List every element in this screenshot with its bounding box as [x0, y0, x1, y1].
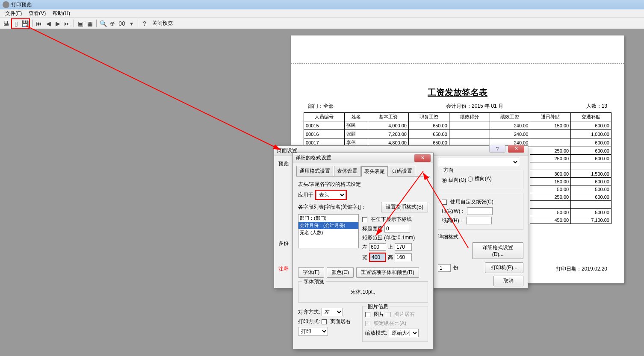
menubar: 文件(F) 查看(V) 帮助(H)	[0, 9, 644, 18]
first-page-icon[interactable]: ⏮	[35, 19, 43, 28]
column-header: 绩效工资	[490, 113, 530, 121]
reset-font-button[interactable]: 重置该项字体和颜色(R)	[356, 267, 419, 278]
page-setup-icon[interactable]: ▯	[12, 19, 21, 28]
period-value: 2015 年 01 月	[472, 103, 503, 109]
rect-left-label: 左	[362, 244, 367, 251]
printer-button[interactable]: 打印机(P)...	[485, 262, 523, 273]
tab-header-footer[interactable]: 表头表尾	[361, 166, 388, 177]
underline-checkbox[interactable]	[362, 217, 367, 222]
save-icon[interactable]: 💾	[21, 19, 29, 28]
paper-height-label: 纸高(H)：	[442, 217, 464, 224]
rect-height-input[interactable]	[395, 253, 412, 261]
dept-label: 部门：	[308, 103, 323, 109]
font-preview-value: 宋体,10pt,,	[303, 286, 423, 296]
section-label: 表头/表尾各字段的格式设定	[298, 181, 428, 188]
column-header: 绩效得分	[449, 113, 490, 121]
copies-unit: 份	[453, 264, 458, 271]
window-title: 打印预览	[11, 1, 32, 9]
print-select[interactable]: 打印	[298, 327, 328, 335]
print-date-value: 2019.02.20	[582, 266, 607, 272]
image-right-checkbox	[386, 312, 391, 317]
tab-body[interactable]: 表体设置	[334, 166, 360, 176]
detail-format-button[interactable]: 详细格式设置(D)...	[472, 242, 523, 259]
detail-close-button[interactable]: ✕	[414, 154, 431, 162]
tab-general[interactable]: 通用格式设置	[296, 166, 333, 176]
rect-top-label: 上	[388, 244, 393, 251]
nav-grid-icon[interactable]: ▦	[86, 19, 94, 28]
custom-paper-checkbox[interactable]	[442, 200, 447, 205]
prev-page-icon[interactable]: ◀	[44, 19, 53, 28]
tab-page-num[interactable]: 页码设置	[389, 166, 415, 176]
rect-height-label: 高	[388, 254, 393, 261]
field-list[interactable]: 部门：(部门) 会计月份：(会计月份) 无名 (人数)	[298, 214, 359, 248]
menu-view[interactable]: 查看(V)	[25, 9, 49, 18]
is-image-checkbox[interactable]	[365, 312, 370, 317]
field-item-noname[interactable]: 无名 (人数)	[298, 229, 358, 236]
table-row: 00015张民4,000.00650.00240.00150.00600.00	[304, 121, 612, 130]
title-width-input[interactable]	[384, 225, 410, 232]
window-titlebar: 打印预览	[0, 0, 644, 9]
period-label: 会计月份：	[446, 103, 472, 109]
font-button[interactable]: 字体(F)	[298, 267, 324, 278]
zoom-dropdown-icon[interactable]: ▾	[127, 19, 136, 28]
lock-ratio-checkbox	[365, 321, 370, 326]
page-center-checkbox[interactable]	[322, 319, 327, 324]
paper-width-label: 纸宽(W)：	[442, 208, 465, 215]
count-label: 人数：	[586, 103, 602, 109]
detail-dialog-title: 详细的格式设置	[295, 154, 331, 162]
field-item-dept[interactable]: 部门：(部门)	[298, 215, 358, 222]
rect-left-input[interactable]	[369, 243, 386, 251]
portrait-radio[interactable]: 纵向(O)	[442, 177, 466, 184]
dept-value: 全部	[323, 103, 334, 109]
custom-paper-label: 使用自定义纸张(C)	[450, 198, 493, 206]
landscape-radio[interactable]: 横向(A)	[468, 175, 492, 182]
menu-file[interactable]: 文件(F)	[2, 9, 25, 18]
report-title: 工资发放签名表	[304, 87, 612, 98]
zoom-mode-label: 缩放模式:	[365, 330, 387, 337]
next-page-icon[interactable]: ▶	[53, 19, 62, 28]
paper-width-input[interactable]	[467, 207, 493, 215]
note-label: 注释	[278, 266, 289, 272]
help-button[interactable]: ?	[489, 145, 505, 153]
nav-up-icon[interactable]: ▣	[76, 19, 85, 28]
print-mode-label: 打印方式:	[298, 318, 320, 325]
app-icon	[3, 1, 9, 8]
zoom-fit-icon[interactable]: 🔍	[99, 19, 107, 28]
underline-label: 在值下显示下标线	[371, 216, 412, 223]
zoom-mode-select[interactable]: 原始大小	[389, 329, 419, 337]
paper-height-input[interactable]	[466, 217, 492, 224]
table-row: 00016张丽7,200.00650.00240.001,000.00	[304, 130, 612, 138]
zoom-combo[interactable]: 00	[118, 19, 126, 28]
toolbar: 🖶 ▯ 💾 ⏮ ◀ ▶ ⏭ ▣ ▦ 🔍 ⊕ 00 ▾ ? 关闭预览	[0, 18, 644, 29]
close-preview-button[interactable]: 关闭预览	[150, 20, 175, 27]
apply-to-label: 应用于	[298, 191, 313, 199]
detail-format-label: 详细格式	[438, 234, 458, 240]
close-button[interactable]: ✕	[508, 145, 524, 153]
detail-tabs: 通用格式设置 表体设置 表头表尾 页码设置	[296, 166, 430, 177]
menu-help[interactable]: 帮助(H)	[49, 9, 74, 18]
column-header: 交通补贴	[571, 113, 612, 121]
print-icon[interactable]: 🖶	[2, 19, 10, 28]
rect-group-label: 矩形范围 (单位:0.1mm)	[362, 234, 428, 241]
align-label: 对齐方式:	[298, 309, 320, 316]
rect-top-input[interactable]	[395, 243, 412, 251]
rect-width-input[interactable]	[370, 253, 385, 261]
direction-legend: 方向	[442, 167, 455, 174]
color-button[interactable]: 颜色(C)	[327, 267, 354, 278]
paper-select[interactable]	[438, 158, 519, 166]
currency-format-button[interactable]: 设置货币格式(S)	[381, 202, 428, 212]
last-page-icon[interactable]: ⏭	[63, 19, 71, 28]
apply-to-select[interactable]: 表头	[316, 191, 346, 199]
help-icon[interactable]: ?	[140, 19, 149, 28]
copies-input[interactable]	[438, 264, 451, 272]
count-value: 13	[602, 103, 607, 109]
title-width-label: 标题宽度	[362, 225, 383, 232]
column-header: 人员编号	[304, 113, 345, 121]
cancel-button[interactable]: 取消	[493, 276, 523, 286]
zoom-in-icon[interactable]: ⊕	[108, 19, 117, 28]
field-list-label: 各字段列表[字段名(关键字)]：	[298, 203, 366, 211]
field-item-period[interactable]: 会计月份：(会计月份)	[298, 222, 358, 229]
column-header: 基本工资	[368, 113, 409, 121]
font-preview-legend: 字体预览	[302, 278, 326, 285]
align-select[interactable]: 左	[322, 308, 343, 316]
